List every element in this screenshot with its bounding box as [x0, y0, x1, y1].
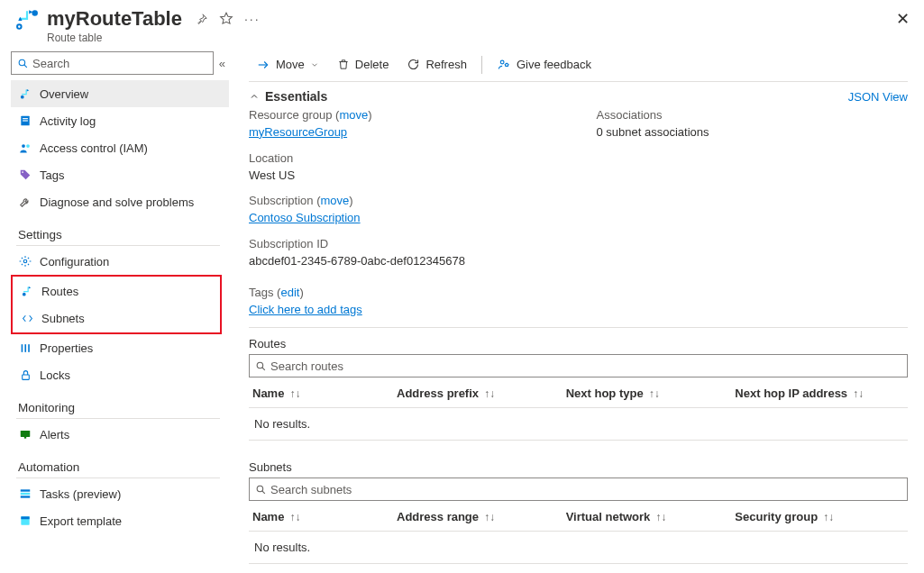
- page-subtitle: Route table: [47, 32, 182, 44]
- svg-rect-19: [21, 496, 31, 497]
- svg-point-6: [22, 144, 25, 148]
- pin-icon[interactable]: [195, 13, 208, 26]
- properties-icon: [18, 342, 32, 354]
- column-name[interactable]: Name↑↓: [252, 387, 397, 400]
- sidebar-item-locks[interactable]: Locks: [11, 361, 229, 388]
- route-table-icon: [18, 87, 32, 101]
- svg-rect-21: [21, 516, 29, 519]
- subnets-icon: [20, 313, 34, 324]
- sidebar-item-overview[interactable]: Overview: [11, 80, 229, 107]
- sidebar-item-diagnose[interactable]: Diagnose and solve problems: [11, 188, 229, 215]
- sidebar-item-tasks[interactable]: Tasks (preview): [11, 480, 229, 507]
- sidebar-item-label: Properties: [40, 341, 93, 355]
- lock-icon: [18, 369, 32, 381]
- column-address-range[interactable]: Address range↑↓: [397, 510, 566, 523]
- route-table-icon: [14, 7, 40, 32]
- sidebar-item-label: Routes: [41, 285, 78, 298]
- sidebar: Search « Overview Activity log Access co…: [0, 48, 233, 573]
- move-label: Move: [276, 58, 305, 71]
- subscription-id-label: Subscription ID: [249, 236, 561, 253]
- sort-icon: ↑↓: [289, 387, 300, 400]
- resource-group-move-link[interactable]: move: [339, 108, 368, 122]
- svg-rect-14: [22, 374, 29, 378]
- sort-icon: ↑↓: [655, 511, 666, 523]
- svg-line-25: [262, 368, 265, 370]
- main-content: Move Delete Refresh Give feedback Essent…: [233, 48, 924, 573]
- divider: [16, 418, 220, 419]
- sidebar-item-subnets[interactable]: Subnets: [13, 305, 216, 332]
- svg-line-1: [24, 64, 27, 67]
- svg-point-26: [257, 486, 263, 492]
- column-next-hop-type[interactable]: Next hop type↑↓: [566, 387, 736, 400]
- resource-group-link[interactable]: myResourceGroup: [249, 125, 347, 139]
- sort-icon: ↑↓: [289, 511, 300, 523]
- routes-search-placeholder: Search routes: [270, 359, 343, 373]
- sidebar-item-configuration[interactable]: Configuration: [11, 248, 229, 275]
- column-virtual-network[interactable]: Virtual network↑↓: [566, 510, 736, 523]
- more-icon[interactable]: ···: [244, 12, 261, 26]
- tags-edit-link[interactable]: edit: [280, 286, 299, 299]
- sidebar-search-placeholder: Search: [32, 57, 69, 70]
- routes-title: Routes: [249, 337, 908, 350]
- sidebar-section-settings: Settings: [18, 228, 233, 241]
- column-name[interactable]: Name↑↓: [252, 510, 397, 523]
- add-tags-link[interactable]: Click here to add tags: [249, 303, 362, 316]
- page-title: myRouteTable: [47, 7, 182, 31]
- column-address-prefix[interactable]: Address prefix↑↓: [397, 387, 566, 400]
- json-view-link[interactable]: JSON View: [848, 90, 908, 104]
- subscription-move-link[interactable]: move: [321, 194, 350, 207]
- subnets-search-input[interactable]: Search subnets: [249, 478, 908, 501]
- column-security-group[interactable]: Security group↑↓: [735, 510, 904, 523]
- sidebar-search-input[interactable]: Search: [11, 51, 214, 75]
- sidebar-item-label: Configuration: [40, 255, 109, 268]
- divider: [16, 478, 220, 478]
- subnets-no-results: No results.: [249, 532, 908, 564]
- sidebar-item-label: Tasks (preview): [40, 487, 121, 501]
- essentials-header: Essentials JSON View: [249, 82, 908, 107]
- delete-button[interactable]: Delete: [330, 54, 397, 75]
- refresh-button[interactable]: Refresh: [399, 54, 474, 75]
- essentials-grid: Resource group (move) myResourceGroup Lo…: [249, 107, 908, 285]
- svg-rect-11: [21, 344, 23, 352]
- delete-label: Delete: [355, 58, 389, 71]
- subscription-id-value: abcdef01-2345-6789-0abc-def012345678: [249, 253, 561, 270]
- sidebar-item-label: Subnets: [41, 312, 85, 325]
- wrench-icon: [18, 196, 32, 208]
- close-icon[interactable]: ✕: [896, 9, 910, 29]
- location-label: Location: [249, 150, 561, 168]
- collapse-sidebar-icon[interactable]: «: [219, 57, 225, 70]
- divider: [249, 327, 908, 328]
- sidebar-item-export-template[interactable]: Export template: [11, 507, 229, 534]
- svg-rect-4: [23, 118, 28, 119]
- location-value: West US: [249, 168, 561, 185]
- routes-no-results: No results.: [249, 408, 908, 441]
- svg-point-24: [257, 362, 263, 368]
- svg-point-23: [500, 60, 504, 64]
- svg-rect-18: [21, 493, 31, 495]
- sidebar-section-monitoring: Monitoring: [18, 401, 233, 414]
- sidebar-item-alerts[interactable]: Alerts: [11, 421, 229, 448]
- tags-label: Tags (edit): [249, 285, 908, 302]
- svg-point-7: [26, 144, 30, 148]
- toolbar-divider: [481, 56, 482, 74]
- sidebar-item-label: Diagnose and solve problems: [40, 196, 194, 209]
- chevron-up-icon[interactable]: [249, 91, 260, 102]
- sidebar-item-activity-log[interactable]: Activity log: [11, 107, 229, 134]
- feedback-button[interactable]: Give feedback: [489, 54, 599, 75]
- subscription-label: Subscription (move): [249, 193, 561, 210]
- sidebar-item-routes[interactable]: Routes: [13, 277, 216, 305]
- svg-point-0: [19, 59, 25, 66]
- favorite-icon[interactable]: [219, 12, 233, 26]
- routes-search-input[interactable]: Search routes: [249, 354, 908, 377]
- subscription-link[interactable]: Contoso Subscription: [249, 211, 361, 224]
- column-next-hop-ip[interactable]: Next hop IP address↑↓: [735, 387, 904, 400]
- iam-icon: [18, 141, 32, 155]
- move-button[interactable]: Move: [249, 54, 326, 75]
- sidebar-item-label: Access control (IAM): [40, 141, 148, 155]
- sidebar-item-access-control[interactable]: Access control (IAM): [11, 134, 229, 161]
- feedback-label: Give feedback: [517, 58, 591, 71]
- sidebar-item-tags[interactable]: Tags: [11, 161, 229, 188]
- sort-icon: ↑↓: [853, 387, 864, 400]
- svg-point-8: [22, 171, 23, 173]
- sidebar-item-properties[interactable]: Properties: [11, 334, 229, 361]
